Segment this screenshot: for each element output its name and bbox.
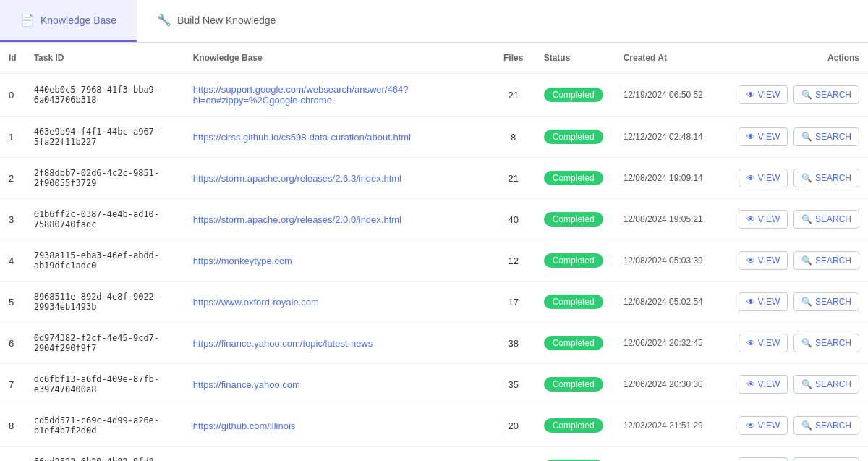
knowledge-base-link[interactable]: https://finance.yahoo.com/topic/latest-n… bbox=[193, 338, 373, 349]
status-badge: Completed bbox=[544, 418, 603, 433]
cell-knowledge-base: https://github.com/illinois bbox=[184, 405, 492, 447]
view-button[interactable]: 👁 VIEW bbox=[739, 416, 788, 435]
cell-actions: 👁 VIEW 🔍 SEARCH bbox=[727, 447, 868, 462]
cell-task-id: dc6fbf13-a6fd-409e-87fb-e397470400a8 bbox=[25, 364, 184, 405]
cell-status: Completed bbox=[535, 282, 615, 323]
search-icon: 🔍 bbox=[801, 338, 812, 348]
search-button[interactable]: 🔍 SEARCH bbox=[793, 375, 859, 394]
cell-created-at: 12/19/2024 06:50:52 bbox=[615, 74, 727, 117]
knowledge-base-link[interactable]: https://support.google.com/websearch/ans… bbox=[193, 84, 409, 106]
cell-files: 35 bbox=[492, 364, 535, 405]
knowledge-base-link[interactable]: https://www.oxford-royale.com bbox=[193, 297, 319, 308]
cell-status: Completed bbox=[535, 364, 615, 405]
knowledge-base-table-container: Id Task ID Knowledge Base Files Status C… bbox=[0, 43, 868, 461]
knowledge-base-link[interactable]: https://finance.yahoo.com bbox=[193, 379, 300, 390]
search-button[interactable]: 🔍 SEARCH bbox=[793, 251, 859, 270]
view-button[interactable]: 👁 VIEW bbox=[739, 457, 788, 461]
search-button[interactable]: 🔍 SEARCH bbox=[793, 85, 859, 104]
knowledge-base-link[interactable]: https://storm.apache.org/releases/2.6.3/… bbox=[193, 173, 401, 184]
knowledge-base-link[interactable]: https://github.com/illinois bbox=[193, 420, 296, 431]
search-button[interactable]: 🔍 SEARCH bbox=[793, 210, 859, 229]
table-row: 1 463e9b94-f4f1-44bc-a967-5fa22f11b227 h… bbox=[0, 117, 868, 158]
cell-files: 21 bbox=[492, 74, 535, 117]
search-label: SEARCH bbox=[815, 173, 851, 183]
cell-id: 5 bbox=[0, 282, 25, 323]
cell-actions: 👁 VIEW 🔍 SEARCH bbox=[727, 240, 868, 282]
search-button[interactable]: 🔍 SEARCH bbox=[793, 416, 859, 435]
table-row: 4 7938a115-eba3-46ef-abdd-ab19dfc1adc0 h… bbox=[0, 240, 868, 282]
cell-files: 17 bbox=[492, 282, 535, 323]
cell-task-id: cd5dd571-c69c-4d99-a26e-b1ef4b7f2d0d bbox=[25, 405, 184, 447]
table-header-row: Id Task ID Knowledge Base Files Status C… bbox=[0, 43, 868, 74]
knowledge-base-table: Id Task ID Knowledge Base Files Status C… bbox=[0, 43, 868, 461]
search-label: SEARCH bbox=[815, 420, 851, 431]
eye-icon: 👁 bbox=[746, 255, 755, 266]
cell-id: 1 bbox=[0, 117, 25, 158]
view-button[interactable]: 👁 VIEW bbox=[739, 127, 788, 146]
cell-knowledge-base: https://cirss.github.io/cs598-data-curat… bbox=[184, 117, 492, 158]
col-header-task-id: Task ID bbox=[25, 43, 184, 74]
search-icon: 🔍 bbox=[801, 420, 812, 431]
cell-knowledge-base: https://finance.yahoo.com bbox=[184, 364, 492, 405]
col-header-id: Id bbox=[0, 43, 25, 74]
cell-knowledge-base: https://storm.apache.org/releases/2.0.0/… bbox=[184, 199, 492, 240]
cell-task-id: 61b6ff2c-0387-4e4b-ad10-75880740fadc bbox=[25, 199, 184, 240]
view-button[interactable]: 👁 VIEW bbox=[739, 210, 788, 229]
view-label: VIEW bbox=[758, 132, 780, 142]
cell-status: Completed bbox=[535, 240, 615, 282]
view-button[interactable]: 👁 VIEW bbox=[739, 334, 788, 352]
status-badge: Completed bbox=[544, 212, 603, 227]
cell-id: 0 bbox=[0, 74, 25, 117]
status-badge: Completed bbox=[544, 253, 603, 268]
search-button[interactable]: 🔍 SEARCH bbox=[793, 457, 859, 461]
cell-files: 21 bbox=[492, 158, 535, 199]
tab-knowledge-base-label: Knowledge Base bbox=[41, 14, 116, 26]
table-row: 3 61b6ff2c-0387-4e4b-ad10-75880740fadc h… bbox=[0, 199, 868, 240]
search-button[interactable]: 🔍 SEARCH bbox=[793, 127, 859, 146]
status-badge: Completed bbox=[544, 295, 603, 309]
cell-created-at: 12/08/2024 05:03:39 bbox=[615, 240, 727, 282]
cell-created-at: 12/08/2024 19:09:14 bbox=[615, 158, 727, 199]
table-row: 9 66ed2522-6b29-4b82-9fd8-cab86a3eb2ec h… bbox=[0, 447, 868, 462]
search-button[interactable]: 🔍 SEARCH bbox=[793, 169, 859, 187]
cell-knowledge-base: https://finance.yahoo.com/topic/latest-n… bbox=[184, 323, 492, 364]
top-nav: 📄 Knowledge Base 🔧 Build New Knowledge bbox=[0, 0, 868, 43]
status-badge: Completed bbox=[544, 377, 603, 392]
col-header-created-at: Created At bbox=[615, 43, 727, 74]
cell-created-at: 12/08/2024 05:02:54 bbox=[615, 282, 727, 323]
view-label: VIEW bbox=[758, 255, 780, 266]
cell-task-id: 440eb0c5-7968-41f3-bba9-6a043706b318 bbox=[25, 74, 184, 117]
cell-status: Completed bbox=[535, 117, 615, 158]
tab-knowledge-base[interactable]: 📄 Knowledge Base bbox=[0, 0, 137, 42]
search-button[interactable]: 🔍 SEARCH bbox=[793, 292, 859, 311]
cell-status: Completed bbox=[535, 74, 615, 117]
cell-id: 2 bbox=[0, 158, 25, 199]
view-label: VIEW bbox=[758, 297, 780, 307]
view-button[interactable]: 👁 VIEW bbox=[739, 375, 788, 394]
eye-icon: 👁 bbox=[746, 297, 755, 307]
cell-task-id: 0d974382-f2cf-4e45-9cd7-2904f290f9f7 bbox=[25, 323, 184, 364]
eye-icon: 👁 bbox=[746, 132, 755, 142]
view-label: VIEW bbox=[758, 420, 780, 431]
view-button[interactable]: 👁 VIEW bbox=[739, 251, 788, 270]
tab-build-new-knowledge[interactable]: 🔧 Build New Knowledge bbox=[137, 0, 296, 42]
cell-actions: 👁 VIEW 🔍 SEARCH bbox=[727, 117, 868, 158]
view-button[interactable]: 👁 VIEW bbox=[739, 292, 788, 311]
knowledge-base-link[interactable]: https://monkeytype.com bbox=[193, 255, 292, 266]
view-button[interactable]: 👁 VIEW bbox=[739, 169, 788, 187]
knowledge-base-link[interactable]: https://cirss.github.io/cs598-data-curat… bbox=[193, 132, 411, 143]
cell-actions: 👁 VIEW 🔍 SEARCH bbox=[727, 405, 868, 447]
cell-id: 6 bbox=[0, 323, 25, 364]
search-button[interactable]: 🔍 SEARCH bbox=[793, 334, 859, 352]
view-label: VIEW bbox=[758, 90, 780, 100]
cell-actions: 👁 VIEW 🔍 SEARCH bbox=[727, 158, 868, 199]
search-icon: 🔍 bbox=[801, 297, 812, 307]
cell-knowledge-base: https://support.google.com/websearch/ans… bbox=[184, 74, 492, 117]
view-button[interactable]: 👁 VIEW bbox=[739, 85, 788, 104]
cell-created-at: 12/06/2024 20:32:45 bbox=[615, 323, 727, 364]
knowledge-base-link[interactable]: https://storm.apache.org/releases/2.0.0/… bbox=[193, 214, 401, 225]
status-badge: Completed bbox=[544, 130, 603, 144]
search-icon: 🔍 bbox=[801, 214, 812, 224]
search-label: SEARCH bbox=[815, 379, 851, 389]
cell-status: Completed bbox=[535, 158, 615, 199]
